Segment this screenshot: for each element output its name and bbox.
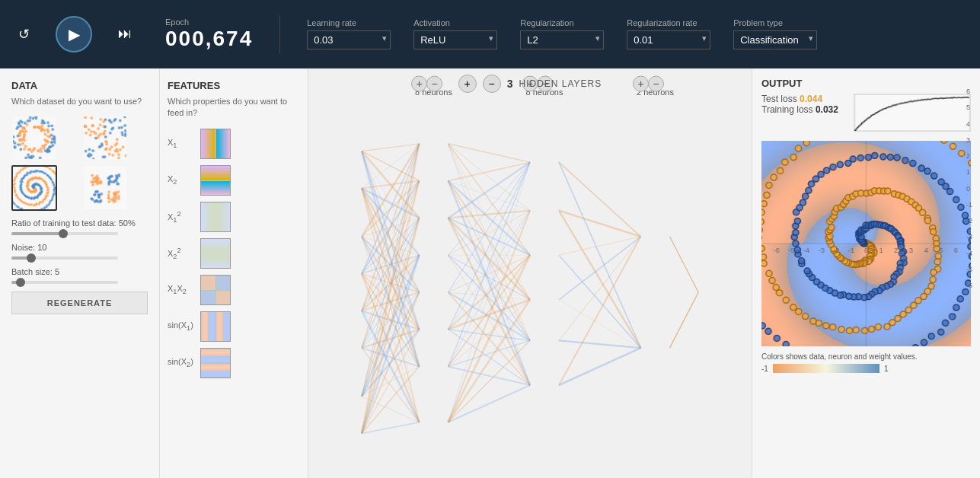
gradient-bar — [773, 364, 879, 373]
batch-track — [11, 281, 118, 284]
output-visualization — [761, 141, 971, 346]
batch-thumb[interactable] — [16, 278, 25, 287]
dataset-exclusive[interactable] — [82, 115, 128, 161]
learning-rate-section: Learning rate 0.03 — [307, 18, 391, 49]
regularization-rate-section: Regularization rate 0.01 — [627, 18, 710, 49]
data-sub: Which dataset do you want to use? — [11, 96, 148, 107]
test-loss-label: Test loss — [761, 94, 797, 104]
dataset-clusters[interactable] — [82, 165, 128, 211]
features-panel: FEATURES Which properties do you want to… — [160, 69, 308, 478]
noise-label: Noise: 10 — [11, 243, 148, 252]
main-area: DATA Which dataset do you want to use? R… — [0, 69, 980, 478]
play-button[interactable]: ▶ — [56, 16, 92, 53]
feature-x1-label: X1 — [168, 138, 194, 149]
feature-sinx2-row: sin(X2) — [168, 348, 300, 378]
feature-x1x2-row: X1X2 — [168, 275, 300, 305]
regenerate-button[interactable]: REGENERATE — [11, 292, 148, 314]
legend-text: Colors shows data, neuron and weight val… — [761, 352, 971, 361]
activation-label: Activation — [413, 18, 497, 27]
feature-sinx1-label: sin(X1) — [168, 320, 194, 332]
regularization-section: Regularization L2 — [520, 18, 604, 49]
feature-x1-box[interactable] — [200, 129, 231, 159]
activation-select[interactable]: ReLU — [413, 30, 497, 49]
training-loss-label: Training loss — [761, 104, 813, 115]
color-legend: Colors shows data, neuron and weight val… — [761, 352, 971, 373]
regularization-rate-wrap[interactable]: 0.01 — [627, 30, 710, 49]
regularization-select[interactable]: L2 — [520, 30, 604, 49]
add-layer-button[interactable]: + — [458, 75, 477, 93]
topbar: ↺ ▶ ⏭ Epoch 000,674 Learning rate 0.03 A… — [0, 0, 980, 69]
feature-x22-row: X22 — [168, 238, 300, 269]
learning-rate-label: Learning rate — [307, 18, 391, 27]
learning-rate-wrap[interactable]: 0.03 — [307, 30, 391, 49]
ratio-thumb[interactable] — [59, 229, 68, 238]
ratio-label: Ratio of training to test data: 50% — [11, 218, 148, 228]
ratio-section: Ratio of training to test data: 50% — [11, 218, 148, 235]
batch-section: Batch size: 5 — [11, 267, 148, 284]
reset-button[interactable]: ↺ — [15, 23, 33, 46]
noise-thumb[interactable] — [27, 253, 36, 263]
feature-sinx1-row: sin(X1) — [168, 311, 300, 342]
network-canvas — [308, 69, 752, 478]
feature-x1x2-label: X1X2 — [168, 284, 194, 295]
feature-x22-label: X22 — [168, 247, 194, 260]
dataset-spiral[interactable] — [11, 165, 57, 211]
noise-track — [11, 257, 118, 260]
feature-x12-box[interactable] — [200, 202, 231, 232]
epoch-label: Epoch — [165, 18, 253, 27]
feature-x12-label: X12 — [168, 210, 194, 224]
feature-sinx1-box[interactable] — [200, 311, 231, 342]
right-panel: OUTPUT Test loss 0.044 Training loss 0.0… — [752, 69, 980, 478]
y-axis-labels: 654321 0-1-2-3-4-5-6 — [966, 88, 972, 289]
feature-x1x2-box[interactable] — [200, 275, 231, 305]
learning-rate-select[interactable]: 0.03 — [307, 30, 391, 49]
batch-label: Batch size: 5 — [11, 267, 148, 276]
output-title: OUTPUT — [761, 78, 971, 89]
noise-section: Noise: 10 — [11, 243, 148, 260]
data-title: DATA — [11, 80, 148, 91]
separator-1 — [279, 15, 280, 53]
problem-type-wrap[interactable]: Classification — [733, 30, 817, 49]
problem-type-label: Problem type — [733, 18, 817, 27]
feature-x2-label: X2 — [168, 174, 194, 186]
feature-x2-box[interactable] — [200, 165, 231, 196]
regularization-rate-select[interactable]: 0.01 — [627, 30, 710, 49]
layer-count: 3 — [507, 78, 513, 90]
regularization-wrap[interactable]: L2 — [520, 30, 604, 49]
epoch-section: Epoch 000,674 — [165, 18, 253, 51]
remove-layer-button[interactable]: − — [483, 75, 501, 93]
dataset-grid — [11, 115, 148, 211]
feature-x22-box[interactable] — [200, 238, 231, 269]
legend-bar: -1 1 — [761, 364, 971, 373]
left-panel: DATA Which dataset do you want to use? R… — [0, 69, 160, 478]
activation-wrap[interactable]: ReLU — [413, 30, 497, 49]
feature-x2-row: X2 — [168, 165, 300, 196]
features-sub: Which properties do you want to feed in? — [168, 96, 300, 120]
regularization-label: Regularization — [520, 18, 604, 27]
problem-type-section: Problem type Classification — [733, 18, 817, 49]
training-loss-value: 0.032 — [816, 104, 838, 115]
step-button[interactable]: ⏭ — [115, 23, 135, 45]
epoch-value: 000,674 — [165, 27, 253, 51]
feature-sinx2-label: sin(X2) — [168, 357, 194, 368]
ratio-track — [11, 232, 118, 235]
activation-section: Activation ReLU — [413, 18, 497, 49]
features-title: FEATURES — [168, 80, 300, 91]
feature-x1-row: X1 — [168, 129, 300, 159]
feature-x12-row: X12 — [168, 202, 300, 232]
dataset-circle[interactable] — [11, 115, 57, 161]
feature-sinx2-box[interactable] — [200, 348, 231, 378]
network-area: + − 3 HIDDEN LAYERS — [308, 69, 752, 478]
test-loss-value: 0.044 — [800, 94, 822, 104]
hidden-layers-label: HIDDEN LAYERS — [519, 78, 602, 89]
regularization-rate-label: Regularization rate — [627, 18, 710, 27]
problem-type-select[interactable]: Classification — [733, 30, 817, 49]
